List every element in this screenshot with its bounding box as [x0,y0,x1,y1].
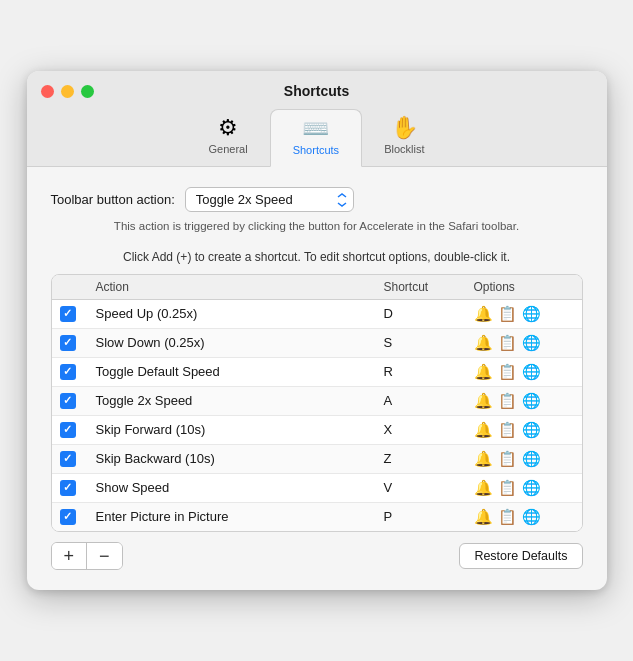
note-icon-3[interactable]: 📋 [498,363,517,381]
row-options-4: 🔔 📋 🌐 [474,392,574,410]
col-header-shortcut: Shortcut [384,280,474,294]
row-checkbox-2[interactable]: ✓ [60,335,76,351]
tab-bar: ⚙ General ⌨️ Shortcuts ✋ Blocklist [43,109,591,166]
col-header-action: Action [96,280,384,294]
row-shortcut-5: X [384,422,474,437]
content-area: Toolbar button action: Toggle 2x SpeedSp… [27,167,607,589]
action-select[interactable]: Toggle 2x SpeedSpeed Up (0.25x)Slow Down… [185,187,354,212]
tab-general-label: General [209,143,248,155]
toolbar-label: Toolbar button action: [51,192,175,207]
table-row: ✓ Skip Forward (10s) X 🔔 📋 🌐 [52,416,582,445]
minimize-button[interactable] [61,85,74,98]
table-row: ✓ Skip Backward (10s) Z 🔔 📋 🌐 [52,445,582,474]
col-header-options: Options [474,280,574,294]
window-title: Shortcuts [43,83,591,109]
row-checkbox-5[interactable]: ✓ [60,422,76,438]
row-options-6: 🔔 📋 🌐 [474,450,574,468]
row-options-8: 🔔 📋 🌐 [474,508,574,526]
shortcuts-table: Action Shortcut Options ✓ Speed Up (0.25… [51,274,583,532]
row-options-2: 🔔 📋 🌐 [474,334,574,352]
row-action-1: Speed Up (0.25x) [96,306,384,321]
bell-icon-7[interactable]: 🔔 [474,479,493,497]
row-action-2: Slow Down (0.25x) [96,335,384,350]
row-action-7: Show Speed [96,480,384,495]
maximize-button[interactable] [81,85,94,98]
row-shortcut-8: P [384,509,474,524]
globe-icon-5[interactable]: 🌐 [522,421,541,439]
row-checkbox-3[interactable]: ✓ [60,364,76,380]
table-row: ✓ Toggle 2x Speed A 🔔 📋 🌐 [52,387,582,416]
row-options-7: 🔔 📋 🌐 [474,479,574,497]
action-select-wrapper: Toggle 2x SpeedSpeed Up (0.25x)Slow Down… [185,187,354,212]
main-window: Shortcuts ⚙ General ⌨️ Shortcuts ✋ Block… [27,71,607,589]
bell-icon-3[interactable]: 🔔 [474,363,493,381]
remove-button[interactable]: − [87,543,122,569]
tab-general[interactable]: ⚙ General [187,109,270,166]
bottom-bar: + − Restore Defaults [51,532,583,574]
row-shortcut-7: V [384,480,474,495]
table-row: ✓ Slow Down (0.25x) S 🔔 📋 🌐 [52,329,582,358]
table-row: ✓ Show Speed V 🔔 📋 🌐 [52,474,582,503]
globe-icon-3[interactable]: 🌐 [522,363,541,381]
add-button[interactable]: + [52,543,88,569]
titlebar: Shortcuts ⚙ General ⌨️ Shortcuts ✋ Block… [27,71,607,167]
globe-icon-1[interactable]: 🌐 [522,305,541,323]
row-shortcut-4: A [384,393,474,408]
note-icon-1[interactable]: 📋 [498,305,517,323]
tab-blocklist-label: Blocklist [384,143,424,155]
close-button[interactable] [41,85,54,98]
row-checkbox-4[interactable]: ✓ [60,393,76,409]
bell-icon-6[interactable]: 🔔 [474,450,493,468]
row-action-3: Toggle Default Speed [96,364,384,379]
action-description: This action is triggered by clicking the… [51,218,583,235]
instruction-text: Click Add (+) to create a shortcut. To e… [51,250,583,264]
bell-icon-5[interactable]: 🔔 [474,421,493,439]
tab-shortcuts-label: Shortcuts [293,144,339,156]
row-action-4: Toggle 2x Speed [96,393,384,408]
col-header-check [60,280,96,294]
table-row: ✓ Speed Up (0.25x) D 🔔 📋 🌐 [52,300,582,329]
bell-icon-1[interactable]: 🔔 [474,305,493,323]
globe-icon-6[interactable]: 🌐 [522,450,541,468]
traffic-lights [41,85,94,98]
note-icon-2[interactable]: 📋 [498,334,517,352]
row-checkbox-7[interactable]: ✓ [60,480,76,496]
tab-shortcuts[interactable]: ⌨️ Shortcuts [270,109,362,167]
row-options-3: 🔔 📋 🌐 [474,363,574,381]
blocklist-icon: ✋ [391,117,418,139]
globe-icon-8[interactable]: 🌐 [522,508,541,526]
table-header: Action Shortcut Options [52,275,582,300]
add-remove-group: + − [51,542,123,570]
restore-defaults-button[interactable]: Restore Defaults [459,543,582,569]
row-options-5: 🔔 📋 🌐 [474,421,574,439]
shortcuts-icon: ⌨️ [302,118,329,140]
row-options-1: 🔔 📋 🌐 [474,305,574,323]
tab-blocklist[interactable]: ✋ Blocklist [362,109,446,166]
row-action-6: Skip Backward (10s) [96,451,384,466]
bell-icon-2[interactable]: 🔔 [474,334,493,352]
globe-icon-2[interactable]: 🌐 [522,334,541,352]
toolbar-action-row: Toolbar button action: Toggle 2x SpeedSp… [51,187,583,212]
note-icon-8[interactable]: 📋 [498,508,517,526]
row-action-8: Enter Picture in Picture [96,509,384,524]
row-shortcut-3: R [384,364,474,379]
table-row: ✓ Enter Picture in Picture P 🔔 📋 🌐 [52,503,582,531]
globe-icon-7[interactable]: 🌐 [522,479,541,497]
row-shortcut-2: S [384,335,474,350]
row-action-5: Skip Forward (10s) [96,422,384,437]
globe-icon-4[interactable]: 🌐 [522,392,541,410]
row-checkbox-8[interactable]: ✓ [60,509,76,525]
note-icon-6[interactable]: 📋 [498,450,517,468]
bell-icon-4[interactable]: 🔔 [474,392,493,410]
general-icon: ⚙ [218,117,238,139]
row-shortcut-1: D [384,306,474,321]
row-checkbox-1[interactable]: ✓ [60,306,76,322]
row-shortcut-6: Z [384,451,474,466]
bell-icon-8[interactable]: 🔔 [474,508,493,526]
row-checkbox-6[interactable]: ✓ [60,451,76,467]
table-row: ✓ Toggle Default Speed R 🔔 📋 🌐 [52,358,582,387]
note-icon-4[interactable]: 📋 [498,392,517,410]
note-icon-7[interactable]: 📋 [498,479,517,497]
note-icon-5[interactable]: 📋 [498,421,517,439]
